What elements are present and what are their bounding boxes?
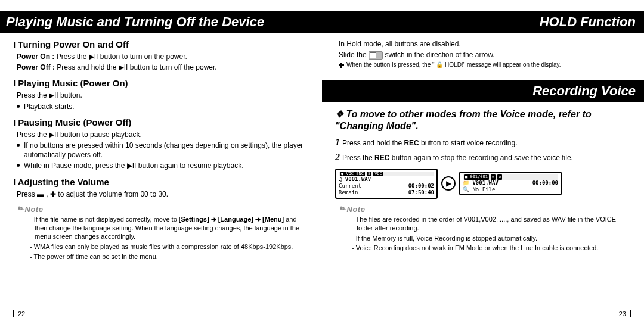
pencil-icon: ✎ bbox=[15, 204, 26, 215]
note-label-right: ✎Note bbox=[339, 205, 631, 214]
title-bar-hold: HOLD Function bbox=[322, 11, 644, 33]
pausing-bullet-auto-off: If no buttons are pressed within 10 seco… bbox=[17, 141, 309, 160]
step-2: 2Press the REC button again to stop the … bbox=[335, 151, 631, 164]
arrow-right-icon: ▶ bbox=[441, 176, 456, 191]
title-bar-recording: Recording Voice bbox=[322, 80, 644, 102]
playing-bullet-playback: Playback starts. bbox=[17, 102, 309, 111]
recorder-graphic: ● VOC ENC8VOC ♫ V001.WAV Current00:00:02… bbox=[335, 169, 631, 199]
note-left-3: - The power off time can be set in the m… bbox=[29, 253, 309, 261]
hold-line-2: Slide the switch in the direction of the… bbox=[339, 50, 631, 60]
page-number-left: 22 bbox=[13, 310, 25, 317]
power-off-line: Power Off : Press and hold the ▶II butto… bbox=[17, 63, 309, 72]
page-number-right: 23 bbox=[619, 310, 631, 317]
power-on-line: Power On : Press the ▶II button to turn … bbox=[17, 52, 309, 61]
h-turning-power: Turning Power On and Off bbox=[13, 39, 309, 49]
pausing-line: Press the ▶II button to pause playback. bbox=[17, 130, 309, 139]
note-right-3: - Voice Recording does not work in FM Mo… bbox=[351, 244, 631, 253]
pencil-icon: ✎ bbox=[337, 204, 348, 215]
h-playing-music: Playing Music (Power On) bbox=[13, 78, 309, 88]
title-hold: HOLD Function bbox=[540, 14, 636, 30]
step-1: 1Press and hold the REC button to start … bbox=[335, 136, 631, 149]
note-right-1: - The files are recorded in the order of… bbox=[351, 215, 631, 233]
mode-change-callout: ❖ To move to other modes from the Voice … bbox=[335, 108, 631, 132]
note-right-2: - If the Memory is full, Voice Recording… bbox=[351, 234, 631, 243]
lcd-saved: ■ 001/001≡⚙ 📁 V001.WAV00:00:00 🔍 No File bbox=[459, 172, 562, 195]
title-left: Playing Music and Turning Off the Device bbox=[6, 14, 264, 30]
hold-line-1: In Hold mode, all buttons are disabled. bbox=[339, 39, 631, 49]
hold-switch-icon bbox=[369, 51, 383, 60]
note-left-1: - If the file name is not displayed corr… bbox=[29, 215, 309, 242]
h-pausing-music: Pausing Music (Power Off) bbox=[13, 117, 309, 127]
hold-line-3: When the button is pressed, the " 🔒 HOLD… bbox=[339, 61, 631, 69]
note-label-left: ✎Note bbox=[17, 205, 309, 214]
title-recording: Recording Voice bbox=[532, 83, 636, 99]
title-bar-left: Playing Music and Turning Off the Device bbox=[0, 11, 322, 33]
playing-line: Press the ▶II button. bbox=[17, 91, 309, 100]
pausing-bullet-resume: While in Pause mode, press the ▶II butto… bbox=[17, 161, 309, 170]
note-left-2: - WMA files can only be played as music … bbox=[29, 242, 309, 251]
volume-line: Press ▬ , ✚ to adjust the volume from 00… bbox=[17, 189, 309, 199]
cross-icon bbox=[339, 63, 344, 68]
lcd-recording: ● VOC ENC8VOC ♫ V001.WAV Current00:00:02… bbox=[335, 169, 438, 199]
h-adjusting-volume: Adjusting the Volume bbox=[13, 177, 309, 187]
